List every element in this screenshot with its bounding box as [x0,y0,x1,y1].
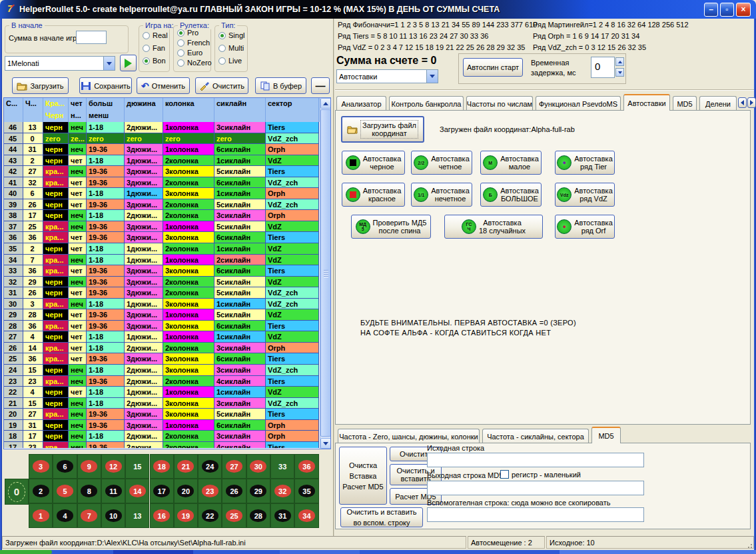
md5-aux-input[interactable] [427,507,644,522]
roulette-cell-26[interactable]: 26 [222,479,245,503]
radio-pro[interactable]: Pro [177,29,198,37]
table-row[interactable]: 4132кра...чет19-363дюжи...2колонка6сикла… [4,177,330,189]
roulette-cell-25[interactable]: 25 [222,504,245,527]
radio-live[interactable]: Live [218,57,242,65]
radio-fan[interactable]: Fan [143,44,165,52]
tab-автоставки[interactable]: Автоставки [623,94,670,111]
roulette-cell-21[interactable]: 21 [175,455,197,478]
play-button[interactable] [120,55,137,71]
roulette-cell-28[interactable]: 28 [247,504,270,527]
roulette-cell-29[interactable]: 29 [247,479,270,503]
radio-icon[interactable] [143,32,150,39]
column-header[interactable]: чет [69,98,87,110]
table-row[interactable]: 3336кра...чет19-363дюжи...3колонка6сикла… [4,265,330,277]
to-buffer-button[interactable]: В буфер [255,77,306,94]
table-row[interactable]: 432чернчет1-181дюжи...2колонка1сиклайнVd… [4,155,330,167]
autobet-button-красное[interactable]: Автоставкакрасное [342,183,405,207]
tab-анализатор[interactable]: Анализатор [336,96,386,111]
radio-icon[interactable] [218,45,226,52]
roulette-cell-23[interactable]: 23 [198,479,221,503]
radio-french[interactable]: French [177,39,210,47]
column-header[interactable] [163,110,214,122]
table-row[interactable]: 224чернчет1-181дюжи...1колонка1сиклайнVd… [4,387,330,398]
tab-частота-zero-шансы-дюжины-колонки[interactable]: Частота - Zero, шансы, дюжины, колонки [338,429,480,443]
autobet-button-малое[interactable]: МАвтоставкамалое [480,151,542,175]
column-header[interactable] [4,110,23,122]
md5-clear-paste-aux-button[interactable]: Очистить и вставитьво вспом. строку [340,507,423,527]
radio-nozero[interactable]: NoZero [177,59,212,67]
delay-down-icon[interactable] [615,68,624,77]
autobet-button-ряд-orf[interactable]: ●Автоставкаряд Orf [555,215,615,239]
table-row[interactable]: 2115черннеч1-182дюжи...3колонка3сиклайнV… [4,398,330,409]
roulette-cell-30[interactable]: 30 [247,455,270,478]
radio-icon[interactable] [177,49,185,57]
autospin-start-button[interactable]: Автоспин старт [463,58,523,77]
close-button[interactable]: × [736,3,751,17]
radio-icon[interactable] [218,32,226,39]
taskbar-button[interactable] [113,550,193,554]
table-row[interactable]: 1723кра...неч19-362дюжи...2колонка4сикла… [4,442,330,448]
clear-button[interactable]: Очистить [195,77,248,94]
roulette-cell-2[interactable]: 2 [29,479,52,503]
start-sum-input[interactable] [76,31,107,44]
table-row[interactable]: 2536кра...чет19-363дюжи...3колонка6сикла… [4,353,330,365]
tab-частоты-по-числам[interactable]: Частоты по числам [466,96,533,111]
tab-md5[interactable]: MD5 [591,427,621,443]
autobet-button-после-спина[interactable]: МД 5Проверить МД5после спина [351,215,431,239]
load-coords-button[interactable]: Загрузить файлкоординат [341,116,424,143]
tab-делени[interactable]: Делени [699,96,737,111]
table-row[interactable]: 3926чернчет19-363дюжи...2колонка5сиклайн… [4,199,330,211]
start-button[interactable] [0,550,52,554]
table-row[interactable]: 347кра...неч1-181дюжи...1колонка2сиклайн… [4,255,330,266]
title-bar[interactable]: 7 HelperRoullet 5.0- create helperroulle… [0,0,756,19]
column-header[interactable] [214,110,266,122]
column-header[interactable] [23,110,43,122]
autobet-button-ряд-vdz[interactable]: VdzАвтоставкаряд VdZ [555,183,615,207]
column-header[interactable]: менш [87,110,125,122]
roulette-cell-14[interactable]: 14 [126,479,149,503]
roulette-cell-6[interactable]: 6 [53,455,76,478]
md5-out-input[interactable] [427,481,644,495]
roulette-cell-17[interactable]: 17 [151,479,173,503]
delay-input[interactable]: 0 [591,57,615,78]
column-header[interactable]: С... [4,98,23,110]
autobet-button-черное[interactable]: Автоставкачерное [342,151,405,175]
column-header[interactable]: Ч... [23,98,43,110]
roulette-cell-16[interactable]: 16 [151,504,173,527]
table-row[interactable]: 274чернчет1-181дюжи...1колонка1сиклайнVd… [4,331,330,343]
load-button[interactable]: Загрузить [12,77,69,94]
table-row[interactable]: 2614кра...чет1-182дюжи...2колонка3сиклай… [4,343,330,354]
roulette-cell-12[interactable]: 12 [102,455,125,478]
table-row[interactable]: 2323кра...неч19-362дюжи...2колонка4сикла… [4,376,330,387]
table-row[interactable]: 4227кра...неч19-363дюжи...3колонка5сикла… [4,166,330,177]
autobet-button-18-случайных[interactable]: ГС ЧАвтоставка18 случайных [444,215,543,239]
splitter[interactable] [333,19,334,537]
scroll-up-icon[interactable] [320,98,331,109]
md5-clear-paste-calc-button[interactable]: ОчисткаВставкаРасчет MD5 [339,447,387,505]
chevron-down-icon[interactable] [103,57,115,70]
roulette-cell-1[interactable]: 1 [29,504,52,527]
table-row[interactable]: 406чернчет1-181дюжи...3колонка1сиклайнOr… [4,188,330,199]
autobet-button-нечетное[interactable]: 1/1Автоставканечетное [411,183,472,207]
autobet-button-большое[interactable]: БАвтоставкаБОЛЬШОЕ [480,183,542,207]
roulette-cell-34[interactable]: 34 [295,504,318,527]
checkbox-icon[interactable] [500,470,509,479]
table-row[interactable]: 450zeroze...zerozerozerozeroVdZ_zch [4,133,330,145]
taskbar-button[interactable] [280,550,360,554]
column-header[interactable]: н... [69,110,87,122]
radio-icon[interactable] [177,39,185,47]
radio-real[interactable]: Real [143,31,168,39]
column-header[interactable]: больш [87,98,125,110]
scrollbar-thumb[interactable] [320,109,331,437]
roulette-cell-27[interactable]: 27 [222,455,245,478]
register-checkbox[interactable]: регистр - маленький [500,470,581,479]
autobet-button-ряд-tier[interactable]: ●Автоставкаряд Tier [555,151,615,175]
table-row[interactable]: 3725кра...неч19-363дюжи...1колонка5сикла… [4,221,330,233]
tabs-scroll-left-icon[interactable] [738,97,747,108]
roulette-cell-18[interactable]: 18 [151,455,173,478]
maximize-button[interactable]: ▫ [720,3,734,17]
table-row[interactable]: 4431черннеч19-363дюжи...1колонка6сиклайн… [4,144,330,155]
radio-icon[interactable] [177,29,185,37]
radio-singl[interactable]: Singl [218,31,244,39]
table-row[interactable]: 2928чернчет19-363дюжи...1колонка5сиклайн… [4,309,330,321]
